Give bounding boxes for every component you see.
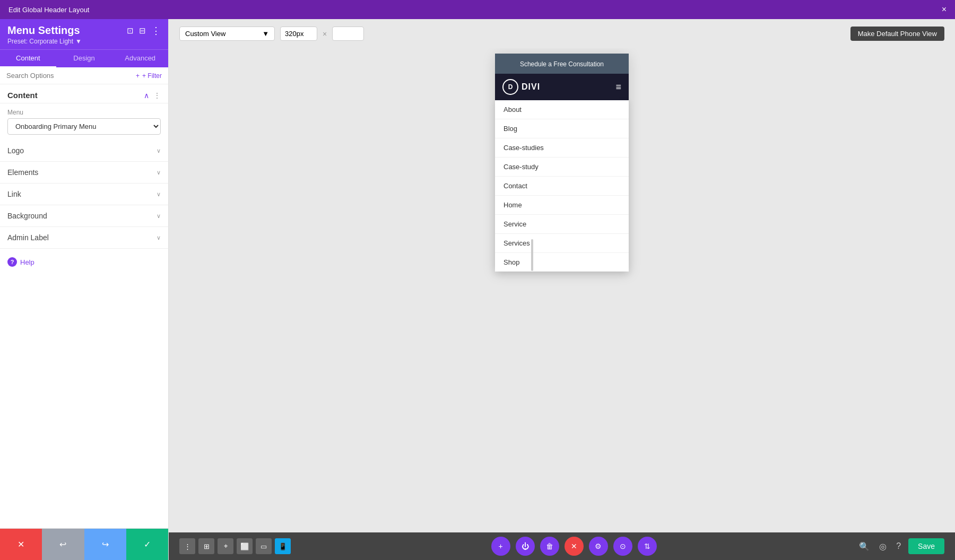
cancel-icon: ✕ — [18, 539, 24, 549]
add-button[interactable]: + — [491, 537, 510, 556]
extra-width-input[interactable] — [332, 27, 364, 41]
gear-button[interactable]: ⚙ — [589, 537, 608, 556]
menu-tool-button[interactable]: ⋮ — [179, 538, 195, 554]
trash-button[interactable]: 🗑 — [540, 537, 559, 556]
phone-header: D DIVI ≡ — [495, 74, 629, 100]
section-header-icons: ∧ ⋮ — [144, 91, 161, 100]
accordion-admin-label: Admin Label ∨ — [0, 227, 168, 249]
phone-topbar: Schedule a Free Consultation — [495, 54, 629, 74]
make-default-button[interactable]: Make Default Phone View — [850, 27, 944, 41]
x-button[interactable]: ✕ — [565, 537, 584, 556]
accordions: Logo ∨ Elements ∨ Link ∨ — [0, 140, 168, 249]
tab-advanced[interactable]: Advanced — [112, 50, 168, 67]
main-layout: Menu Settings ⊡ ⊟ ⋮ Preset: Corporate Li… — [0, 19, 955, 560]
collapse-icon[interactable]: ∧ — [144, 91, 149, 100]
menu-item-shop[interactable]: Shop — [495, 253, 629, 272]
help-label: Help — [20, 258, 34, 266]
phone-preview: Schedule a Free Consultation D DIVI ≡ Ab… — [495, 54, 629, 272]
menu-item-blog[interactable]: Blog — [495, 119, 629, 138]
view-select-arrow: ▼ — [262, 30, 269, 38]
hamburger-icon[interactable]: ≡ — [615, 82, 621, 93]
menu-item-services[interactable]: Services — [495, 234, 629, 253]
panel-icon-more[interactable]: ⋮ — [151, 25, 161, 37]
phone-menu-dropdown: About Blog Case-studies Case-study Conta… — [495, 100, 629, 272]
panel-preset: Preset: Corporate Light ▼ — [7, 38, 161, 45]
panel-icon-portrait[interactable]: ⊡ — [127, 26, 134, 36]
filter-button[interactable]: + + Filter — [136, 72, 162, 80]
help-row[interactable]: ? Help — [0, 249, 168, 275]
search-tool-button[interactable]: 🔍 — [857, 539, 872, 554]
close-icon[interactable]: × — [942, 5, 947, 14]
link-tool-button[interactable]: ⌖ — [218, 538, 233, 554]
confirm-button[interactable]: ✓ — [126, 529, 168, 560]
left-panel: Menu Settings ⊡ ⊟ ⋮ Preset: Corporate Li… — [0, 19, 169, 560]
menu-item-case-studies[interactable]: Case-studies — [495, 138, 629, 158]
menu-item-contact[interactable]: Contact — [495, 177, 629, 196]
bottom-bar: ✕ ↩ ↪ ✓ — [0, 528, 168, 560]
desktop-tool-button[interactable]: ⬜ — [237, 538, 253, 554]
scroll-indicator-right — [531, 239, 533, 271]
cancel-button[interactable]: ✕ — [0, 529, 42, 560]
width-input[interactable] — [280, 27, 317, 41]
history-button[interactable]: ⊙ — [613, 537, 632, 556]
top-bar: Edit Global Header Layout × — [0, 0, 955, 19]
canvas: Custom View ▼ × Make Default Phone View … — [169, 19, 955, 560]
panel-title: Menu Settings — [7, 24, 80, 37]
accordion-elements: Elements ∨ — [0, 162, 168, 183]
responsive-button[interactable]: ⇅ — [638, 537, 657, 556]
panel-tabs: Content Design Advanced — [0, 49, 168, 67]
circle-tool-button[interactable]: ◎ — [877, 539, 889, 554]
tab-design[interactable]: Design — [56, 50, 112, 67]
menu-label: Menu — [0, 103, 168, 118]
canvas-bottom-toolbar: ⋮ ⊞ ⌖ ⬜ ▭ 📱 + ⏻ 🗑 ✕ ⚙ ⊙ ⇅ 🔍 ◎ ? — [169, 532, 955, 560]
content-section-title: Content — [7, 91, 38, 100]
menu-item-service[interactable]: Service — [495, 215, 629, 234]
accordion-arrow-background: ∨ — [157, 213, 161, 220]
accordion-header-elements[interactable]: Elements ∨ — [0, 162, 168, 183]
power-button[interactable]: ⏻ — [516, 537, 535, 556]
redo-icon: ↪ — [102, 539, 109, 549]
menu-item-home[interactable]: Home — [495, 196, 629, 215]
accordion-arrow-logo: ∨ — [157, 147, 161, 154]
accordion-logo: Logo ∨ — [0, 140, 168, 162]
panel-icon-landscape[interactable]: ⊟ — [139, 26, 146, 36]
window-title: Edit Global Header Layout — [8, 6, 89, 14]
phone-tool-button[interactable]: 📱 — [275, 538, 291, 554]
menu-section: Menu Onboarding Primary Menu — [0, 103, 168, 140]
save-button[interactable]: Save — [908, 538, 944, 554]
width-clear-icon[interactable]: × — [323, 30, 327, 38]
undo-icon: ↩ — [59, 539, 66, 549]
logo-text: DIVI — [522, 82, 540, 92]
tab-content[interactable]: Content — [0, 50, 56, 67]
menu-item-case-study[interactable]: Case-study — [495, 158, 629, 177]
search-filter-row: Search Options + + Filter — [0, 67, 168, 84]
phone-logo: D DIVI — [502, 79, 540, 95]
accordion-link: Link ∨ — [0, 183, 168, 205]
panel-body: Content ∧ ⋮ Menu Onboarding Primary Menu… — [0, 84, 168, 528]
menu-select[interactable]: Onboarding Primary Menu — [7, 118, 161, 135]
undo-button[interactable]: ↩ — [42, 529, 84, 560]
help-icon: ? — [7, 257, 17, 267]
accordion-arrow-admin-label: ∨ — [157, 234, 161, 241]
view-select-label: Custom View — [185, 30, 225, 38]
accordion-arrow-elements: ∨ — [157, 169, 161, 176]
grid-tool-button[interactable]: ⊞ — [198, 538, 214, 554]
check-icon: ✓ — [144, 539, 151, 549]
panel-header: Menu Settings ⊡ ⊟ ⋮ Preset: Corporate Li… — [0, 19, 168, 49]
accordion-header-admin-label[interactable]: Admin Label ∨ — [0, 227, 168, 248]
search-options-label: Search Options — [6, 72, 132, 80]
accordion-header-background[interactable]: Background ∨ — [0, 205, 168, 226]
help-tool-button[interactable]: ? — [894, 539, 903, 553]
section-more-icon[interactable]: ⋮ — [153, 91, 161, 100]
accordion-header-link[interactable]: Link ∨ — [0, 183, 168, 205]
accordion-background: Background ∨ — [0, 205, 168, 227]
view-select[interactable]: Custom View ▼ — [179, 27, 275, 41]
preset-arrow[interactable]: ▼ — [75, 38, 82, 45]
accordion-header-logo[interactable]: Logo ∨ — [0, 140, 168, 161]
redo-button[interactable]: ↪ — [84, 529, 126, 560]
tablet-tool-button[interactable]: ▭ — [256, 538, 272, 554]
canvas-bottom-right: 🔍 ◎ ? Save — [857, 538, 944, 554]
filter-plus-icon: + — [136, 72, 140, 80]
menu-item-about[interactable]: About — [495, 100, 629, 119]
phone-topbar-text: Schedule a Free Consultation — [520, 60, 604, 68]
